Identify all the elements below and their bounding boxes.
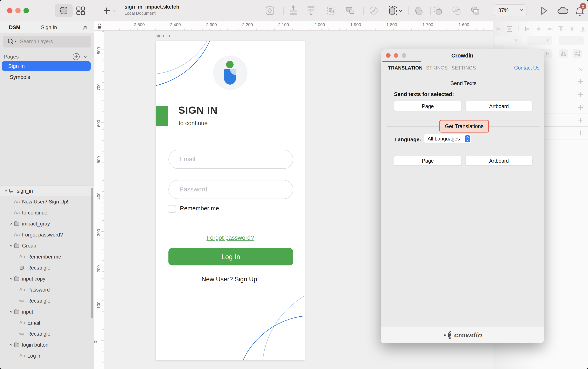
chevron-right-icon[interactable] xyxy=(10,222,13,225)
layer-row[interactable]: AaNew User? Sign Up! xyxy=(0,196,94,207)
tab-strings[interactable]: STRINGS xyxy=(426,65,448,71)
ruler-corner[interactable] xyxy=(94,21,104,30)
page-item-symbols[interactable]: Symbols xyxy=(2,72,91,82)
get-page-button[interactable]: Page xyxy=(394,156,462,166)
layer-row[interactable]: sign_in xyxy=(0,186,94,196)
align-bottom-icon[interactable] xyxy=(579,26,586,32)
tab-settings[interactable]: SETTINGS xyxy=(452,65,476,71)
layer-label: impact_gray xyxy=(22,221,50,227)
grid-icon xyxy=(76,6,85,16)
distribute-horizontal-icon[interactable] xyxy=(495,26,502,32)
boolean-subtract-button[interactable] xyxy=(433,6,442,15)
layer-row[interactable]: Aato-continue xyxy=(0,207,94,218)
boolean-difference-button[interactable] xyxy=(470,6,480,15)
flip-vertical-button[interactable] xyxy=(572,49,582,58)
chevron-down-icon[interactable] xyxy=(10,310,13,313)
y-position-field[interactable]: Y xyxy=(527,36,552,45)
more-options-icon[interactable] xyxy=(517,26,520,32)
align-right-icon[interactable] xyxy=(546,26,553,32)
language-dropdown[interactable]: All Languages xyxy=(424,134,471,143)
layer-list-view-toggle[interactable] xyxy=(55,4,73,17)
add-style-button[interactable] xyxy=(578,105,583,110)
tab-sign-in[interactable]: Sign In xyxy=(27,24,72,30)
send-backward-button[interactable] xyxy=(306,5,316,16)
get-artboard-button[interactable]: Artboard xyxy=(465,156,533,166)
close-window-button[interactable] xyxy=(7,8,12,13)
page-item-sign-in[interactable]: Sign In xyxy=(2,61,91,71)
send-artboard-button[interactable]: Artboard xyxy=(465,101,533,111)
rotation-field[interactable]: ° xyxy=(559,36,584,45)
tab-translation[interactable]: TRANSLATION xyxy=(388,65,423,71)
crowdin-title-bar[interactable]: Crowdin xyxy=(381,49,544,61)
crowdin-plugin-window: Crowdin TRANSLATION STRINGS SETTINGS Con… xyxy=(381,49,544,343)
grid-view-toggle[interactable] xyxy=(76,6,85,16)
resize-constraints-icon xyxy=(388,5,403,16)
search-input[interactable]: Search Layers xyxy=(3,36,91,48)
zoom-level-dropdown[interactable]: 87% xyxy=(494,4,527,16)
artboard-title[interactable]: sign_in xyxy=(156,33,170,39)
app-logo xyxy=(213,56,247,90)
layer-row[interactable]: AaEmail xyxy=(0,317,94,328)
cloud-share-button[interactable] xyxy=(557,7,569,15)
layer-row[interactable]: Rectangle xyxy=(0,262,94,273)
insert-dropdown-chevron[interactable] xyxy=(114,9,116,12)
zoom-window-button[interactable] xyxy=(23,8,29,13)
layer-row[interactable]: input copy xyxy=(0,273,94,284)
bring-forward-button[interactable] xyxy=(288,5,298,16)
chevron-down-icon[interactable] xyxy=(10,277,13,280)
distribute-vertical-icon[interactable] xyxy=(506,26,513,32)
symbols-tool-button[interactable] xyxy=(265,6,275,16)
layer-row[interactable]: impact_gray xyxy=(0,218,94,229)
layer-row[interactable]: AaLog In xyxy=(0,350,94,361)
layer-label: Rectangle xyxy=(27,298,51,304)
add-style-button[interactable] xyxy=(578,130,583,135)
layer-row[interactable]: Group xyxy=(0,240,94,251)
add-page-button[interactable] xyxy=(73,53,80,60)
insert-button[interactable] xyxy=(104,8,110,14)
align-middle-vertical-icon[interactable] xyxy=(568,26,575,32)
resize-constraints-button[interactable] xyxy=(388,5,403,16)
sign-up-text[interactable]: New User? Sign Up! xyxy=(156,276,304,283)
email-field[interactable]: Email xyxy=(168,150,293,169)
add-style-button[interactable] xyxy=(578,118,583,122)
group-button[interactable] xyxy=(326,6,336,16)
layer-row[interactable]: Rectangle xyxy=(0,328,94,339)
tab-dsm[interactable]: DSM. xyxy=(9,24,22,30)
remember-me-checkbox[interactable] xyxy=(168,205,176,213)
artboard[interactable]: SIGN IN to continue Email Password Remem… xyxy=(156,41,304,360)
align-left-icon[interactable] xyxy=(525,26,531,32)
send-page-button[interactable]: Page xyxy=(394,101,462,111)
layer-row[interactable]: AaRemember me xyxy=(0,251,94,262)
layer-row[interactable]: login button xyxy=(0,339,94,350)
get-translations-button[interactable]: Get Translations xyxy=(439,120,489,132)
log-in-button[interactable]: Log In xyxy=(168,248,293,265)
ungroup-button[interactable] xyxy=(345,6,355,16)
layer-row[interactable]: input xyxy=(0,306,94,317)
pages-collapse-chevron[interactable] xyxy=(84,55,87,58)
section-collapse-chevron[interactable] xyxy=(579,67,583,71)
flip-horizontal-button[interactable] xyxy=(559,49,568,58)
align-center-horizontal-icon[interactable] xyxy=(536,26,542,32)
external-link-icon[interactable] xyxy=(82,25,87,31)
add-style-button[interactable] xyxy=(578,79,583,84)
forgot-password-link[interactable]: Forgot password? xyxy=(156,234,304,241)
x-position-field[interactable]: X xyxy=(495,36,521,45)
boolean-union-button[interactable] xyxy=(414,6,423,15)
edit-shape-button[interactable] xyxy=(368,6,379,16)
chevron-down-icon[interactable] xyxy=(4,189,8,192)
align-top-icon[interactable] xyxy=(557,26,564,32)
sidebar-scrollbar[interactable] xyxy=(91,188,93,318)
crowdin-window-title: Crowdin xyxy=(381,53,544,59)
boolean-intersect-button[interactable] xyxy=(452,6,461,15)
contact-us-link[interactable]: Contact Us xyxy=(514,65,539,71)
layer-row[interactable]: AaPassword xyxy=(0,284,94,295)
add-style-button[interactable] xyxy=(578,92,583,97)
minimize-window-button[interactable] xyxy=(15,8,21,13)
password-field[interactable]: Password xyxy=(168,180,293,199)
chevron-down-icon[interactable] xyxy=(10,244,13,247)
preview-button[interactable] xyxy=(539,6,549,16)
layer-row[interactable]: Rectangle xyxy=(0,295,94,306)
chevron-down-icon[interactable] xyxy=(10,343,13,346)
y-field-label: Y xyxy=(546,38,549,44)
layer-row[interactable]: AaForgot password? xyxy=(0,229,94,240)
